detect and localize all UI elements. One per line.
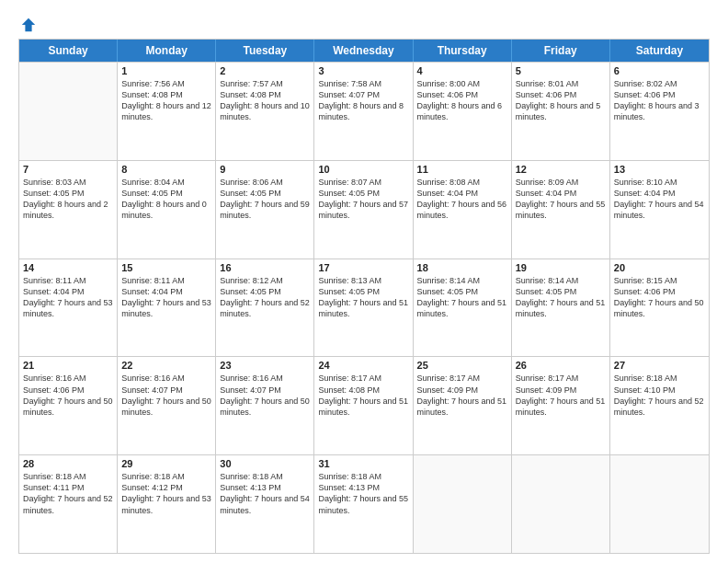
cal-cell: 25 Sunrise: 8:17 AM Sunset: 4:09 PM Dayl… [414, 357, 512, 454]
cell-info: Sunrise: 8:04 AM Sunset: 4:05 PM Dayligh… [121, 177, 211, 222]
day-number: 22 [121, 360, 211, 371]
day-number: 31 [318, 458, 408, 469]
cell-info: Sunrise: 8:06 AM Sunset: 4:05 PM Dayligh… [220, 177, 310, 222]
cell-info: Sunrise: 8:18 AM Sunset: 4:10 PM Dayligh… [614, 373, 705, 418]
day-number: 17 [318, 262, 408, 273]
cell-info: Sunrise: 8:00 AM Sunset: 4:06 PM Dayligh… [417, 78, 507, 123]
day-number: 2 [220, 65, 310, 76]
logo [18, 17, 37, 33]
day-number: 1 [121, 65, 211, 76]
day-number: 26 [516, 360, 606, 371]
cal-cell: 8 Sunrise: 8:04 AM Sunset: 4:05 PM Dayli… [118, 161, 216, 259]
header [18, 17, 710, 33]
day-number: 10 [318, 164, 408, 175]
cal-cell: 11 Sunrise: 8:08 AM Sunset: 4:04 PM Dayl… [414, 161, 512, 259]
day-number: 14 [23, 262, 113, 273]
day-number: 18 [417, 262, 507, 273]
cal-cell: 14 Sunrise: 8:11 AM Sunset: 4:04 PM Dayl… [19, 259, 118, 357]
cell-info: Sunrise: 8:14 AM Sunset: 4:05 PM Dayligh… [417, 275, 507, 320]
cell-info: Sunrise: 8:11 AM Sunset: 4:04 PM Dayligh… [121, 275, 211, 320]
cell-info: Sunrise: 8:18 AM Sunset: 4:13 PM Dayligh… [220, 471, 310, 516]
day-number: 12 [516, 164, 606, 175]
day-number: 19 [516, 262, 606, 273]
cal-header-cell: Saturday [610, 40, 709, 62]
cal-cell: 5 Sunrise: 8:01 AM Sunset: 4:06 PM Dayli… [512, 63, 610, 160]
day-number: 7 [23, 164, 113, 175]
cell-info: Sunrise: 8:01 AM Sunset: 4:06 PM Dayligh… [516, 78, 606, 123]
cell-info: Sunrise: 8:15 AM Sunset: 4:06 PM Dayligh… [614, 275, 705, 320]
logo-icon [20, 17, 37, 33]
cal-week: 21 Sunrise: 8:16 AM Sunset: 4:06 PM Dayl… [19, 356, 709, 454]
day-number: 4 [417, 65, 507, 76]
day-number: 25 [417, 360, 507, 371]
day-number: 24 [318, 360, 408, 371]
cell-info: Sunrise: 8:08 AM Sunset: 4:04 PM Dayligh… [417, 177, 507, 222]
cell-info: Sunrise: 8:17 AM Sunset: 4:09 PM Dayligh… [516, 373, 606, 418]
calendar-body: 1 Sunrise: 7:56 AM Sunset: 4:08 PM Dayli… [19, 62, 709, 553]
cell-info: Sunrise: 8:16 AM Sunset: 4:07 PM Dayligh… [220, 373, 310, 418]
cal-week: 14 Sunrise: 8:11 AM Sunset: 4:04 PM Dayl… [19, 259, 709, 357]
cal-cell: 12 Sunrise: 8:09 AM Sunset: 4:04 PM Dayl… [512, 161, 610, 259]
cell-info: Sunrise: 8:14 AM Sunset: 4:05 PM Dayligh… [516, 275, 606, 320]
day-number: 27 [614, 360, 705, 371]
cal-cell: 26 Sunrise: 8:17 AM Sunset: 4:09 PM Dayl… [512, 357, 610, 454]
cell-info: Sunrise: 8:07 AM Sunset: 4:05 PM Dayligh… [318, 177, 408, 222]
cell-info: Sunrise: 7:57 AM Sunset: 4:08 PM Dayligh… [220, 78, 310, 123]
cell-info: Sunrise: 8:16 AM Sunset: 4:07 PM Dayligh… [121, 373, 211, 418]
cal-cell: 1 Sunrise: 7:56 AM Sunset: 4:08 PM Dayli… [118, 63, 216, 160]
day-number: 6 [614, 65, 705, 76]
cal-header-cell: Friday [512, 40, 610, 62]
day-number: 23 [220, 360, 310, 371]
day-number: 21 [23, 360, 113, 371]
cal-cell [414, 455, 512, 553]
cal-cell: 29 Sunrise: 8:18 AM Sunset: 4:12 PM Dayl… [118, 455, 216, 553]
cal-cell: 22 Sunrise: 8:16 AM Sunset: 4:07 PM Dayl… [118, 357, 216, 454]
cal-cell: 18 Sunrise: 8:14 AM Sunset: 4:05 PM Dayl… [414, 259, 512, 357]
svg-marker-0 [22, 18, 35, 31]
cal-header-cell: Tuesday [216, 40, 314, 62]
cell-info: Sunrise: 7:58 AM Sunset: 4:07 PM Dayligh… [318, 78, 408, 123]
cal-cell: 7 Sunrise: 8:03 AM Sunset: 4:05 PM Dayli… [19, 161, 118, 259]
cal-cell: 30 Sunrise: 8:18 AM Sunset: 4:13 PM Dayl… [216, 455, 314, 553]
day-number: 11 [417, 164, 507, 175]
cal-cell: 17 Sunrise: 8:13 AM Sunset: 4:05 PM Dayl… [314, 259, 413, 357]
day-number: 15 [121, 262, 211, 273]
cal-cell: 3 Sunrise: 7:58 AM Sunset: 4:07 PM Dayli… [314, 63, 413, 160]
cal-cell: 28 Sunrise: 8:18 AM Sunset: 4:11 PM Dayl… [19, 455, 118, 553]
cal-header-cell: Sunday [19, 40, 118, 62]
cell-info: Sunrise: 8:03 AM Sunset: 4:05 PM Dayligh… [23, 177, 113, 222]
cal-week: 28 Sunrise: 8:18 AM Sunset: 4:11 PM Dayl… [19, 454, 709, 553]
cal-cell: 24 Sunrise: 8:17 AM Sunset: 4:08 PM Dayl… [314, 357, 413, 454]
cell-info: Sunrise: 8:17 AM Sunset: 4:08 PM Dayligh… [318, 373, 408, 418]
cell-info: Sunrise: 8:16 AM Sunset: 4:06 PM Dayligh… [23, 373, 113, 418]
cal-cell: 31 Sunrise: 8:18 AM Sunset: 4:13 PM Dayl… [314, 455, 413, 553]
cal-cell: 19 Sunrise: 8:14 AM Sunset: 4:05 PM Dayl… [512, 259, 610, 357]
day-number: 20 [614, 262, 705, 273]
day-number: 30 [220, 458, 310, 469]
day-number: 5 [516, 65, 606, 76]
cell-info: Sunrise: 8:10 AM Sunset: 4:04 PM Dayligh… [614, 177, 705, 222]
day-number: 3 [318, 65, 408, 76]
cell-info: Sunrise: 8:02 AM Sunset: 4:06 PM Dayligh… [614, 78, 705, 123]
cell-info: Sunrise: 8:12 AM Sunset: 4:05 PM Dayligh… [220, 275, 310, 320]
cell-info: Sunrise: 8:17 AM Sunset: 4:09 PM Dayligh… [417, 373, 507, 418]
day-number: 28 [23, 458, 113, 469]
cell-info: Sunrise: 8:13 AM Sunset: 4:05 PM Dayligh… [318, 275, 408, 320]
calendar: SundayMondayTuesdayWednesdayThursdayFrid… [18, 39, 710, 554]
cal-header-cell: Wednesday [314, 40, 413, 62]
cell-info: Sunrise: 8:18 AM Sunset: 4:13 PM Dayligh… [318, 471, 408, 516]
cal-week: 7 Sunrise: 8:03 AM Sunset: 4:05 PM Dayli… [19, 160, 709, 259]
cal-cell: 2 Sunrise: 7:57 AM Sunset: 4:08 PM Dayli… [216, 63, 314, 160]
cal-cell [512, 455, 610, 553]
cal-cell: 16 Sunrise: 8:12 AM Sunset: 4:05 PM Dayl… [216, 259, 314, 357]
cal-cell: 27 Sunrise: 8:18 AM Sunset: 4:10 PM Dayl… [610, 357, 709, 454]
cal-week: 1 Sunrise: 7:56 AM Sunset: 4:08 PM Dayli… [19, 62, 709, 160]
day-number: 9 [220, 164, 310, 175]
day-number: 29 [121, 458, 211, 469]
cal-cell: 6 Sunrise: 8:02 AM Sunset: 4:06 PM Dayli… [610, 63, 709, 160]
cal-cell [610, 455, 709, 553]
cal-cell: 23 Sunrise: 8:16 AM Sunset: 4:07 PM Dayl… [216, 357, 314, 454]
cell-info: Sunrise: 8:09 AM Sunset: 4:04 PM Dayligh… [516, 177, 606, 222]
cell-info: Sunrise: 7:56 AM Sunset: 4:08 PM Dayligh… [121, 78, 211, 123]
day-number: 8 [121, 164, 211, 175]
